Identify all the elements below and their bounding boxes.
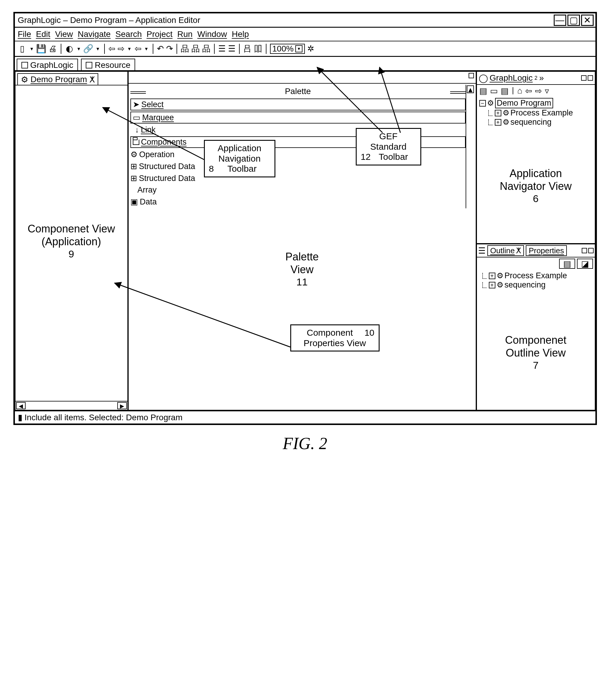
undo-icon[interactable]: ↶ (157, 44, 164, 53)
separator (266, 44, 267, 54)
scroll-up-button[interactable]: ▴ (467, 85, 474, 93)
menu-project[interactable]: Project (146, 30, 172, 39)
tab-properties[interactable]: Properties (526, 245, 567, 256)
debug-icon[interactable]: 🔗 (84, 44, 93, 53)
editor-canvas[interactable]: Componenet View (Application) 9 ◂ ▸ (15, 85, 127, 410)
menu-bar: File Edit View Navigate Search Project R… (15, 28, 595, 42)
save-icon[interactable]: 💾 (37, 44, 46, 53)
item-structured-data[interactable]: ⊞ Structured Data (130, 161, 466, 172)
collapse-icon[interactable]: − (479, 100, 486, 107)
item-label: Structured Data (139, 162, 195, 171)
tab-outline[interactable]: Outline ⵅ (487, 245, 524, 256)
drawer-label: Components (141, 137, 187, 147)
nav-up-icon[interactable]: ⇦ (134, 44, 141, 53)
home-icon[interactable]: ▤ (479, 86, 487, 96)
dropdown-icon[interactable]: ▾ (76, 44, 82, 53)
data-icon: ▣ (130, 197, 138, 207)
item-label: Structured Data (139, 174, 195, 183)
separator (177, 44, 177, 54)
perspective-graphlogic[interactable]: GraphLogic (17, 59, 78, 71)
nav-back-icon[interactable]: ⇦ (108, 44, 115, 53)
expand-icon[interactable]: + (495, 119, 501, 126)
layout-icon[interactable]: 品 (191, 43, 200, 54)
scroll-right-button[interactable]: ▸ (117, 402, 127, 409)
app-window: GraphLogic – Demo Program – Application … (13, 12, 597, 425)
drawer-components[interactable]: Components (130, 136, 466, 148)
tool-link[interactable]: ↓ Link (130, 125, 466, 135)
zoom-field[interactable]: 100% ▾ (270, 44, 305, 54)
maximize-view-button[interactable] (588, 248, 594, 253)
menu-window[interactable]: Window (197, 30, 227, 39)
expand-icon[interactable]: + (489, 273, 495, 279)
chevron-down-icon[interactable]: ▾ (295, 45, 303, 52)
doc-icon[interactable]: ▤ (501, 86, 509, 96)
align-icon[interactable]: ☰ (218, 44, 226, 53)
close-button[interactable]: ✕ (581, 15, 594, 26)
dropdown-icon[interactable]: ▾ (144, 44, 149, 53)
minimize-button[interactable]: — (554, 15, 566, 26)
workbench: ◯ GraphLogic 2 » ▤ ▭ ▤ ⌂ ⇦ ⇨ (15, 71, 595, 410)
canvas-body[interactable]: Componenet View (Application) 9 (15, 85, 127, 401)
close-tab-icon[interactable]: ⵅ (516, 246, 521, 255)
minimize-view-button[interactable] (582, 248, 587, 253)
new-icon[interactable]: ▯ (18, 44, 27, 53)
item-operation[interactable]: ⚙ Operation (130, 149, 466, 160)
menu-view[interactable]: View (55, 30, 73, 39)
zoom-value: 100% (272, 44, 294, 53)
menu-navigate[interactable]: Navigate (78, 30, 111, 39)
tree-root[interactable]: − ⚙ Demo Program (479, 98, 592, 108)
tool-marquee[interactable]: ▭ Marquee (130, 112, 466, 124)
perspective-icon (86, 62, 92, 68)
tree-child[interactable]: + ⚙ sequencing (479, 117, 592, 127)
folder-icon[interactable]: ▭ (490, 86, 498, 96)
maximize-button[interactable]: ▢ (567, 15, 580, 26)
match-icon[interactable]: 吅 (254, 43, 262, 54)
menu-chevron-icon[interactable]: ▿ (545, 86, 549, 96)
expand-icon[interactable]: + (495, 110, 501, 116)
back-icon[interactable]: ⇦ (525, 86, 532, 96)
label-line: View (129, 263, 476, 276)
editor-tab-demo[interactable]: ⚙ Demo Program ⵅ (17, 73, 98, 85)
separator (513, 87, 513, 94)
layout-icon[interactable]: 品 (202, 43, 210, 54)
menu-edit[interactable]: Edit (36, 30, 50, 39)
minimize-view-button[interactable] (581, 75, 587, 81)
perspective-resource[interactable]: Resource (81, 59, 135, 71)
navigator-toolbar: ▤ ▭ ▤ ⌂ ⇦ ⇨ ▿ (477, 85, 595, 97)
item-structured-data[interactable]: ⊞ Structured Data (130, 173, 466, 184)
fwd-icon[interactable]: ⇨ (535, 86, 542, 96)
menu-file[interactable]: File (18, 30, 31, 39)
dropdown-icon[interactable]: ▾ (29, 44, 34, 53)
menu-run[interactable]: Run (177, 30, 192, 39)
item-array[interactable]: Array (130, 185, 466, 195)
dropdown-icon[interactable]: ▾ (127, 44, 132, 53)
maximize-view-button[interactable] (469, 73, 474, 78)
tree-child[interactable]: + ⚙ Process Example (479, 271, 592, 280)
maximize-view-button[interactable] (588, 75, 593, 81)
home-nav-icon[interactable]: ⌂ (517, 86, 523, 96)
expand-icon[interactable]: + (489, 282, 495, 288)
menu-help[interactable]: Help (231, 30, 249, 39)
outline-tree-button[interactable]: ▤ (559, 259, 575, 269)
item-data[interactable]: ▣ Data (130, 196, 466, 207)
layout-icon[interactable]: 品 (181, 43, 189, 54)
navigator-tab-label[interactable]: GraphLogic (490, 73, 533, 83)
redo-icon[interactable]: ↷ (166, 44, 173, 53)
misc-icon[interactable]: ✲ (307, 44, 314, 53)
menu-search[interactable]: Search (115, 30, 142, 39)
tool-select[interactable]: ➤ Select (130, 98, 466, 110)
horizontal-scrollbar[interactable]: ◂ ▸ (15, 401, 127, 410)
run-icon[interactable]: ◐ (65, 44, 74, 53)
nav-fwd-icon[interactable]: ⇨ (117, 44, 125, 53)
align-icon[interactable]: ☰ (228, 44, 236, 53)
match-icon[interactable]: 吕 (243, 43, 252, 54)
cursor-icon: ➤ (133, 100, 140, 109)
dropdown-icon[interactable]: ▾ (95, 44, 101, 53)
close-tab-icon[interactable]: ⵅ (89, 75, 95, 84)
tree-child[interactable]: + ⚙ sequencing (479, 280, 592, 290)
tree-child[interactable]: + ⚙ Process Example (479, 108, 592, 117)
grid-icon: ⊞ (130, 162, 137, 171)
scroll-left-button[interactable]: ◂ (16, 402, 26, 409)
outline-overview-button[interactable]: ◪ (577, 259, 593, 269)
print-icon[interactable]: 🖨 (48, 44, 57, 53)
